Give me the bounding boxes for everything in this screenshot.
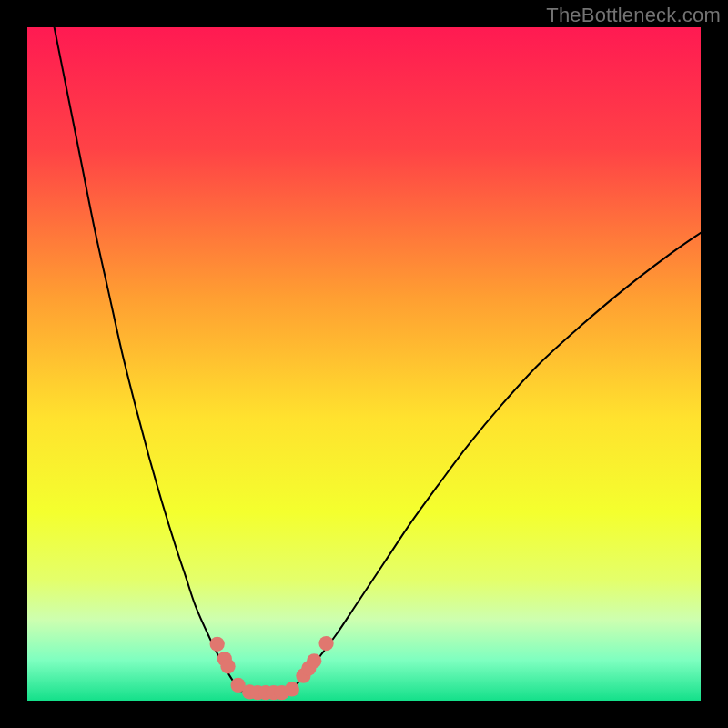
watermark-text: TheBottleneck.com bbox=[546, 4, 721, 27]
chart-frame: TheBottleneck.com bbox=[0, 0, 728, 728]
data-marker bbox=[307, 653, 321, 668]
data-marker bbox=[210, 637, 225, 652]
data-marker bbox=[220, 659, 235, 673]
chart-canvas bbox=[27, 27, 701, 701]
plot-area bbox=[27, 27, 701, 701]
data-marker bbox=[285, 682, 299, 696]
data-marker bbox=[318, 636, 333, 651]
gradient-background bbox=[27, 27, 701, 701]
